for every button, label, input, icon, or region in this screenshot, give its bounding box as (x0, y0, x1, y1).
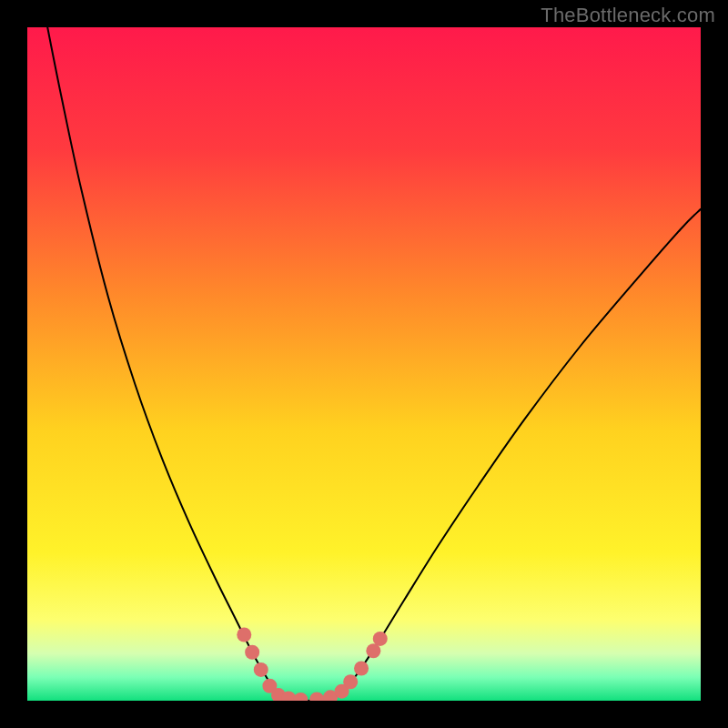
curve-marker (237, 627, 251, 642)
plot-area (27, 27, 701, 701)
bottleneck-chart (27, 27, 701, 701)
chart-frame: TheBottleneck.com (0, 0, 728, 728)
curve-marker (343, 674, 358, 689)
curve-marker (373, 632, 388, 646)
curve-marker (245, 645, 259, 660)
curve-marker (354, 661, 369, 675)
curve-marker (254, 662, 268, 677)
watermark-label: TheBottleneck.com (541, 4, 715, 27)
